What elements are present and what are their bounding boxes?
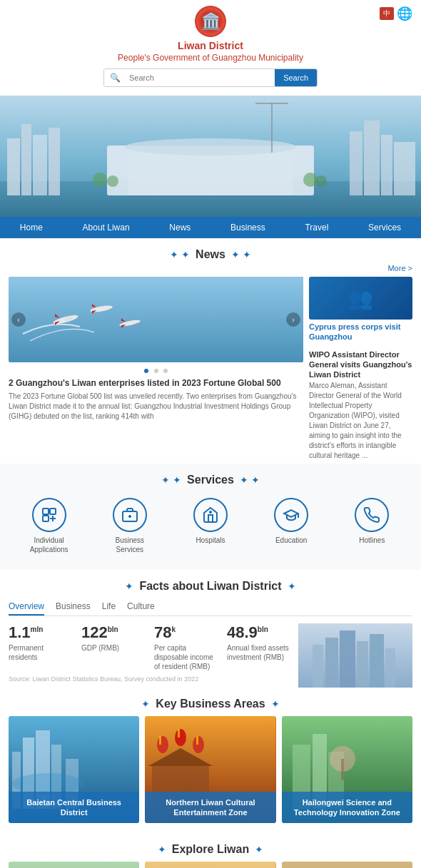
svg-rect-3 (21, 124, 31, 195)
business-card-baietan[interactable]: Baietan Central Business District (9, 716, 139, 823)
facts-deco-left: ✦ (125, 581, 133, 592)
news-more-link[interactable]: More > (0, 264, 421, 272)
service-business-icon (113, 498, 147, 532)
facts-stat-gdp: 122bln GDP (RMB) (81, 623, 147, 671)
business-card-northern[interactable]: Northern Liwan Cultural Entertainment Zo… (145, 716, 275, 823)
facts-tab-business[interactable]: Business (56, 598, 91, 616)
news-grid: ‹ › 2 Guangzhou's Liwan enterprises list… (0, 277, 421, 461)
svg-point-8 (125, 138, 296, 155)
news-side-title-2[interactable]: WIPO Assistant Director General visits G… (309, 349, 412, 380)
svg-rect-14 (255, 103, 288, 104)
hero-image (0, 96, 421, 217)
news-main-headline[interactable]: 2 Guangzhou's Liwan enterprises listed i… (9, 378, 303, 389)
news-side-title-1[interactable]: Cyprus press corps visit Guangzhou (309, 322, 412, 342)
services-deco-left: ✦ ✦ (161, 474, 181, 486)
nav-about[interactable]: About Liwan (74, 217, 138, 238)
logo: 🏛️ (195, 6, 226, 37)
svg-rect-39 (313, 645, 323, 688)
service-business[interactable]: BusinessServices (101, 498, 158, 554)
svg-rect-11 (381, 135, 392, 195)
svg-rect-30 (43, 509, 49, 514)
svg-point-15 (93, 173, 107, 187)
nav-news[interactable]: News (161, 217, 199, 238)
service-individual-label: IndividualApplications (21, 536, 78, 554)
nav-services[interactable]: Services (360, 217, 410, 238)
services-section: ✦ ✦ Services ✦ ✦ IndividualApplications (0, 464, 421, 570)
news-side-image-1: 👥 (309, 277, 412, 320)
facts-content: 1.1mln Permanent residents 122bln GDP (R… (9, 623, 412, 688)
news-next-button[interactable]: › (286, 312, 300, 327)
facts-stats-grid: 1.1mln Permanent residents 122bln GDP (R… (9, 623, 293, 688)
svg-rect-66 (341, 759, 344, 780)
dot-2[interactable] (154, 369, 158, 373)
nav-home[interactable]: Home (11, 217, 51, 238)
svg-rect-2 (7, 138, 20, 195)
service-education-label: Education (263, 536, 320, 545)
svg-rect-42 (357, 641, 368, 688)
search-input[interactable] (126, 69, 275, 86)
search-icon: 🔍 (104, 69, 126, 86)
news-side-desc-2: Marco Aleman, Assistant Director General… (309, 381, 412, 461)
language-switcher[interactable]: 中 🌐 (380, 6, 412, 21)
facts-tab-overview[interactable]: Overview (9, 598, 44, 616)
facts-tab-culture[interactable]: Culture (127, 598, 155, 616)
business-grid: Baietan Central Business District (9, 716, 412, 823)
news-prev-button[interactable]: ‹ (11, 312, 26, 327)
svg-rect-58 (196, 736, 198, 745)
lang-cn[interactable]: 中 (380, 7, 394, 20)
main-nav: Home About Liwan News Business Travel Se… (0, 217, 421, 238)
dot-1[interactable] (144, 369, 148, 373)
news-main-image (9, 277, 303, 362)
service-education[interactable]: Education (263, 498, 320, 554)
facts-image (298, 623, 412, 688)
facts-source: Source: Liwan District Statistics Bureau… (9, 675, 293, 683)
lang-en-icon[interactable]: 🌐 (397, 6, 412, 21)
explore-section-header: ✦ Explore Liwan ✦ (9, 833, 412, 862)
news-main-item: ‹ › 2 Guangzhou's Liwan enterprises list… (9, 277, 303, 461)
svg-rect-71 (145, 862, 275, 868)
svg-rect-7 (128, 153, 293, 195)
news-deco-left: ✦ ✦ (170, 249, 190, 260)
svg-rect-56 (159, 736, 161, 745)
facts-num-residents: 1.1mln (9, 623, 74, 642)
svg-point-54 (175, 729, 186, 746)
facts-label-residents: Permanent residents (9, 643, 74, 662)
dot-3[interactable] (163, 369, 168, 373)
facts-tabs: Overview Business Life Culture (9, 598, 412, 616)
service-hospitals[interactable]: Hospitals (182, 498, 239, 554)
svg-point-16 (107, 175, 118, 187)
facts-section: ✦ Facts about Liwan District ✦ Overview … (0, 570, 421, 688)
facts-unit-gdp: bln (108, 626, 118, 633)
facts-label-income: Per capita disposable income of resident… (154, 643, 220, 671)
svg-rect-76 (282, 862, 412, 868)
svg-rect-44 (385, 648, 395, 688)
business-card-hailongwei[interactable]: Hailongwei Science and Technology Innova… (282, 716, 412, 823)
svg-rect-43 (370, 634, 384, 688)
nav-business[interactable]: Business (222, 217, 274, 238)
facts-stat-income: 78k Per capita disposable income of resi… (154, 623, 220, 671)
site-subtitle: People's Government of Guangzhou Municip… (0, 53, 421, 63)
facts-num-gdp: 122bln (81, 623, 147, 642)
news-main-desc: The 2023 Fortune Global 500 list was unv… (9, 392, 303, 422)
search-button[interactable]: Search (275, 69, 317, 86)
business-deco-right: ✦ (271, 698, 280, 710)
explore-section-title: Explore Liwan (172, 843, 249, 856)
service-hotlines-icon (355, 498, 389, 532)
explore-card-travel[interactable]: ✦ Travel Map (9, 862, 139, 868)
explore-card-food[interactable]: ✦ Food (282, 862, 412, 868)
nav-travel[interactable]: Travel (296, 217, 337, 238)
services-grid: IndividualApplications BusinessServices (9, 492, 412, 560)
service-hotlines[interactable]: Hotlines (343, 498, 400, 554)
facts-unit-investment: bln (258, 626, 268, 633)
facts-tab-life[interactable]: Life (102, 598, 116, 616)
explore-card-cultural[interactable]: ✦ CulturalFacilities (145, 862, 275, 868)
business-card-label-hailongwei: Hailongwei Science and Technology Innova… (282, 792, 412, 824)
services-deco-right: ✦ ✦ (240, 474, 260, 486)
services-section-title: Services (187, 474, 234, 486)
facts-unit-residents: mln (31, 626, 44, 633)
service-individual[interactable]: IndividualApplications (21, 498, 78, 554)
facts-num-income: 78k (154, 623, 220, 642)
news-section-title: News (196, 248, 225, 261)
news-side-items: 👥 Cyprus press corps visit Guangzhou WIP… (309, 277, 412, 461)
svg-point-18 (315, 175, 327, 187)
